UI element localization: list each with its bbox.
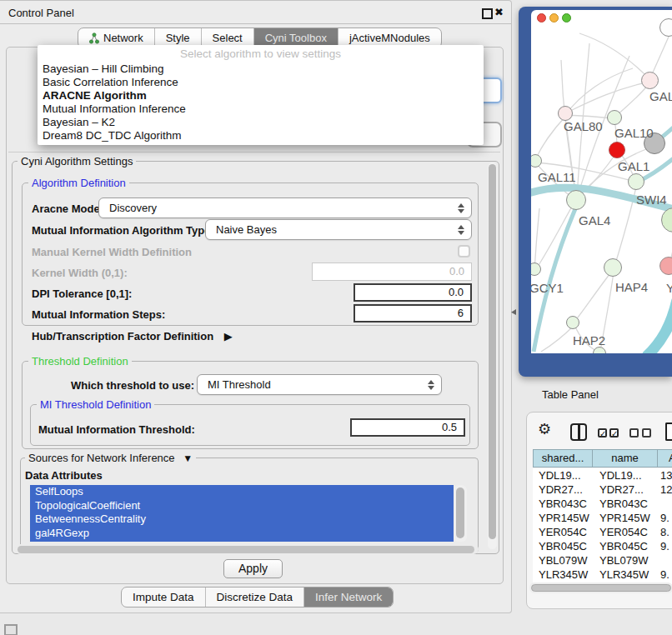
window-minimize-button[interactable]: [549, 13, 559, 22]
cell-shared[interactable]: YER054C: [533, 525, 592, 539]
split-columns-divider: [578, 425, 580, 439]
menu-item-basic-correlation[interactable]: Basic Correlation Inference: [43, 76, 178, 89]
list-vscrollbar-thumb[interactable]: [456, 488, 464, 538]
tab-network-label: Network: [103, 32, 143, 44]
node-label-hap2: HAP2: [573, 333, 605, 348]
network-node-selected-red[interactable]: [609, 142, 625, 158]
window-zoom-button[interactable]: [562, 13, 571, 22]
table-row[interactable]: YPR145W YPR145W 9.: [533, 511, 672, 525]
hidden-group-edge: [8, 152, 500, 152]
menu-item-aracne[interactable]: ARACNE Algorithm: [43, 89, 147, 102]
select-all-checks-icon2[interactable]: ✓: [609, 428, 619, 438]
float-window-icon[interactable]: [482, 8, 493, 19]
table-row[interactable]: YDR27... YDR27... 12: [533, 482, 672, 497]
network-node[interactable]: [659, 18, 672, 37]
which-threshold-select[interactable]: MI Threshold: [197, 374, 442, 395]
close-icon[interactable]: ✖: [494, 6, 504, 18]
sources-group-title[interactable]: Sources for Network Inference ▼: [25, 452, 196, 464]
clear-all-checks-icon2[interactable]: [642, 428, 651, 438]
cell-name[interactable]: YDR27...: [592, 482, 657, 497]
cell-name[interactable]: YER054C: [592, 525, 657, 539]
cell-value[interactable]: 9.: [657, 539, 672, 553]
network-node-gal10[interactable]: [607, 110, 622, 125]
cell-shared[interactable]: YDL19...: [533, 468, 592, 482]
which-threshold-label: Which threshold to use:: [71, 379, 194, 392]
select-all-checks-icon[interactable]: ✓: [598, 428, 607, 438]
table-row[interactable]: YBR045C YBR045C 9.: [533, 539, 672, 553]
cell-name[interactable]: YPR145W: [592, 511, 657, 525]
mi-threshold-input[interactable]: 0.5: [350, 418, 465, 437]
cell-value[interactable]: 9.: [657, 511, 672, 525]
mi-type-select[interactable]: Naive Bayes: [205, 219, 472, 240]
menu-item-bayesian-hill-climbing[interactable]: Bayesian – Hill Climbing: [43, 62, 164, 76]
table-row[interactable]: YBL079W YBL079W: [533, 553, 672, 568]
new-table-icon[interactable]: [665, 422, 672, 441]
list-item-selfloops[interactable]: SelfLoops: [30, 485, 454, 499]
network-node-hap2[interactable]: [566, 316, 579, 329]
clear-all-checks-icon[interactable]: [629, 428, 639, 438]
cell-name[interactable]: YBR045C: [592, 539, 657, 553]
tab-discretize-data-label: Discretize Data: [217, 591, 293, 603]
tab-style-label: Style: [166, 32, 190, 44]
cell-value[interactable]: [657, 497, 672, 511]
menu-item-mutual-information[interactable]: Mutual Information Inference: [43, 102, 186, 116]
tab-jactivemnodules-label: jActiveMNodules: [349, 32, 430, 44]
table-body: YDL19... YDL19... 13 YDR27... YDR27... 1…: [533, 468, 672, 584]
cell-name[interactable]: YDL19...: [592, 468, 657, 482]
tab-infer-network[interactable]: Infer Network: [304, 588, 393, 607]
tab-discretize-data[interactable]: Discretize Data: [206, 588, 305, 607]
kernel-width-label: Kernel Width (0,1):: [32, 267, 128, 279]
settings-hscrollbar-thumb[interactable]: [18, 546, 474, 553]
network-node-gal-partial[interactable]: [641, 72, 659, 89]
network-node-gal1[interactable]: [628, 173, 644, 190]
settings-vscrollbar-thumb[interactable]: [489, 164, 496, 539]
menu-item-dream8[interactable]: Dream8 DC_TDC Algorithm: [43, 129, 182, 142]
network-node-gal4[interactable]: [566, 190, 586, 210]
network-node-y-partial[interactable]: [659, 257, 672, 275]
column-header-shared-name[interactable]: shared...: [533, 449, 593, 468]
apply-button[interactable]: Apply: [223, 559, 283, 578]
cell-shared[interactable]: YLR345W: [533, 568, 592, 582]
minimized-panel-icon[interactable]: [4, 624, 18, 635]
cell-value[interactable]: 8.: [657, 525, 672, 539]
cell-shared[interactable]: YDR27...: [533, 482, 592, 497]
dpi-tolerance-input[interactable]: 0.0: [354, 283, 472, 302]
kernel-width-input[interactable]: 0.0: [312, 262, 472, 281]
aracne-mode-select[interactable]: Discovery: [98, 198, 472, 218]
table-row[interactable]: YDL19... YDL19... 13: [533, 468, 672, 482]
cell-name[interactable]: YBL079W: [592, 553, 657, 568]
hub-definition-expander-label[interactable]: Hub/Transcription Factor Definition ▶: [32, 330, 233, 342]
table-settings-gear-icon[interactable]: ⚙: [538, 422, 551, 437]
network-window-frame[interactable]: GAL GAL80 GAL10 GAL1 GAL11 SWI4 GAL4 GCY…: [519, 7, 672, 377]
column-header-partial[interactable]: A: [657, 449, 672, 468]
split-columns-icon[interactable]: [570, 423, 587, 441]
table-hscrollbar-thumb[interactable]: [531, 584, 671, 592]
cell-shared[interactable]: YBR045C: [533, 539, 592, 553]
cell-value[interactable]: 13: [657, 468, 672, 482]
table-row[interactable]: YBR043C YBR043C: [533, 497, 672, 511]
cell-value[interactable]: 9.: [657, 568, 672, 582]
cell-shared[interactable]: YPR145W: [533, 511, 592, 525]
menu-item-bayesian-k2[interactable]: Bayesian – K2: [43, 116, 115, 129]
list-item-betweennesscentrality[interactable]: BetweennessCentrality: [30, 512, 454, 527]
cell-shared[interactable]: YBR043C: [533, 497, 592, 511]
mi-steps-input[interactable]: 6: [354, 304, 472, 322]
table-row[interactable]: YLR345W YLR345W 9.: [533, 568, 672, 582]
cell-shared[interactable]: YBL079W: [533, 553, 592, 568]
tab-impute-data[interactable]: Impute Data: [122, 588, 206, 607]
list-item-gal4rgexp[interactable]: gal4RGexp: [30, 527, 454, 541]
network-canvas[interactable]: GAL GAL80 GAL10 GAL1 GAL11 SWI4 GAL4 GCY…: [531, 10, 672, 353]
manual-kernel-width-checkbox[interactable]: [458, 245, 470, 258]
cell-name[interactable]: YBR043C: [592, 497, 657, 511]
dpi-tolerance-label: DPI Tolerance [0,1]:: [32, 288, 132, 300]
collapse-down-icon[interactable]: ▼: [183, 452, 193, 464]
column-header-name[interactable]: name: [592, 449, 658, 468]
table-row[interactable]: YER054C YER054C 8.: [533, 525, 672, 539]
expand-right-icon[interactable]: ▶: [224, 330, 233, 342]
window-close-button[interactable]: [537, 13, 546, 22]
cell-name[interactable]: YLR345W: [592, 568, 657, 582]
cell-value[interactable]: [657, 553, 672, 568]
cell-value[interactable]: 12: [657, 482, 672, 497]
list-item-topologicalcoefficient[interactable]: TopologicalCoefficient: [30, 499, 454, 513]
network-node-hap4[interactable]: [604, 258, 622, 277]
